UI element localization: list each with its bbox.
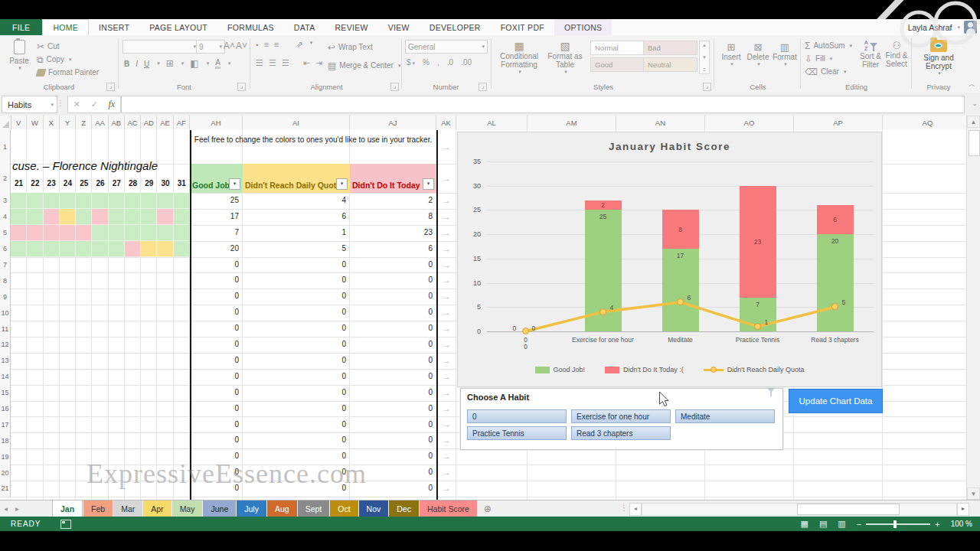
sheet-tab-dec[interactable]: Dec — [389, 500, 419, 517]
vertical-scroll-thumb[interactable] — [969, 130, 980, 156]
tracker-cell[interactable] — [157, 241, 173, 257]
data-cell[interactable]: 2 — [350, 193, 433, 209]
comma-format-icon[interactable]: , — [437, 58, 439, 67]
slicer-item[interactable]: Read 3 chapters — [571, 426, 671, 440]
column-header-AL[interactable]: AL — [456, 116, 528, 129]
sheet-tab-june[interactable]: June — [203, 500, 236, 517]
column-header-AJ[interactable]: AJ — [350, 116, 436, 129]
zoom-out-icon[interactable]: − — [857, 520, 861, 529]
tracker-cell[interactable] — [76, 241, 92, 257]
tracker-cell[interactable] — [157, 193, 173, 209]
tracker-cell[interactable] — [76, 193, 92, 209]
row-header-8[interactable]: 8 — [0, 272, 11, 289]
number-format-select[interactable]: General▾ — [405, 40, 488, 54]
column-header-W[interactable]: W — [27, 116, 43, 129]
column-header-AD[interactable]: AD — [141, 116, 157, 129]
data-cell[interactable]: 0 — [243, 432, 346, 448]
ribbon-tab-home[interactable]: HOME — [42, 19, 89, 35]
tracker-cell[interactable] — [11, 209, 27, 225]
data-cell[interactable]: 0 — [243, 337, 346, 353]
chart-bar-good[interactable] — [662, 249, 699, 331]
tracker-cell[interactable] — [109, 241, 125, 257]
tracker-cell[interactable] — [141, 209, 157, 225]
format-cells-button[interactable]: ▥Format▾ — [772, 41, 798, 67]
tracker-cell[interactable] — [174, 241, 190, 257]
macro-record-icon[interactable] — [60, 520, 71, 529]
legend-item[interactable]: Didn't Do It Today :( — [605, 366, 684, 373]
currency-format-icon[interactable]: $▾ — [407, 58, 415, 67]
increase-indent-icon[interactable]: ⇥ — [315, 58, 322, 68]
sheet-tab-nov[interactable]: Nov — [359, 500, 389, 517]
style-bad[interactable]: Bad — [643, 41, 697, 55]
tracker-cell[interactable] — [157, 225, 173, 241]
filter-dropdown-icon[interactable]: ▾ — [423, 178, 434, 190]
row-header-5[interactable]: 5 — [0, 225, 11, 242]
data-cell[interactable]: 0 — [350, 369, 433, 385]
copy-button[interactable]: ⧉Copy▾ — [37, 53, 99, 66]
tracker-cell[interactable] — [125, 241, 141, 257]
data-cell[interactable]: 0 — [243, 401, 346, 417]
data-cell[interactable]: 0 — [350, 385, 433, 401]
data-cell[interactable]: 25 — [190, 193, 239, 209]
data-cell[interactable]: 17 — [190, 209, 239, 225]
data-cell[interactable]: 0 — [243, 321, 346, 337]
data-cell[interactable]: 0 — [190, 272, 239, 289]
column-header-AI[interactable]: AI — [243, 116, 350, 129]
clear-button[interactable]: ⌫Clear▾ — [805, 65, 852, 78]
tracker-cell[interactable] — [125, 225, 141, 241]
decrease-decimal-icon[interactable]: .00 — [461, 58, 472, 67]
data-cell[interactable]: 6 — [350, 241, 433, 257]
bold-button[interactable]: B — [124, 60, 129, 68]
row-header-19[interactable]: 19 — [0, 448, 11, 465]
data-cell[interactable]: 0 — [190, 257, 239, 273]
fill-button[interactable]: ⇩Fill▾ — [805, 52, 852, 65]
align-bottom-icon[interactable]: ≡ — [274, 40, 279, 50]
data-cell[interactable]: 20 — [190, 241, 239, 257]
formula-input[interactable] — [121, 96, 965, 113]
row-header-13[interactable]: 13 — [0, 353, 11, 370]
hscroll-right-icon[interactable]: ► — [957, 503, 969, 516]
tracker-cell[interactable] — [125, 209, 141, 225]
grow-font-icon[interactable]: A˄ — [224, 41, 235, 51]
column-header-X[interactable]: X — [44, 116, 60, 129]
legend-item[interactable]: Good Job! — [535, 366, 586, 373]
page-break-view-icon[interactable]: ▥ — [838, 519, 845, 529]
orientation-icon[interactable]: ⇗ — [296, 40, 303, 50]
normal-view-icon[interactable]: ▦ — [801, 519, 808, 529]
tracker-cell[interactable] — [27, 225, 43, 241]
row-header-10[interactable]: 10 — [0, 305, 11, 321]
data-cell[interactable]: 0 — [350, 321, 433, 337]
tracker-cell[interactable] — [11, 241, 27, 257]
sheet-tab-feb[interactable]: Feb — [83, 500, 113, 517]
tracker-cell[interactable] — [92, 225, 108, 241]
column-header-AC[interactable]: AC — [125, 116, 141, 129]
column-header-AH[interactable]: AH — [190, 116, 243, 129]
italic-button[interactable]: I — [136, 60, 138, 68]
data-cell[interactable]: 0 — [350, 337, 433, 353]
new-sheet-icon[interactable]: ⊕ — [478, 500, 498, 517]
ribbon-tab-view[interactable]: VIEW — [378, 19, 420, 35]
underline-button[interactable]: U — [144, 60, 149, 68]
hscroll-left-icon[interactable]: ◄ — [629, 503, 642, 516]
column-header-V[interactable]: V — [11, 116, 27, 129]
format-as-table-button[interactable]: ▧ Format asTable▾ — [544, 40, 586, 75]
slicer-item[interactable]: Meditate — [675, 409, 775, 423]
data-cell[interactable]: 0 — [243, 305, 346, 321]
align-left-icon[interactable]: ☰ — [256, 58, 263, 68]
cut-button[interactable]: ✂Cut — [37, 40, 99, 53]
data-cell[interactable]: 5 — [243, 241, 346, 257]
data-cell[interactable]: 0 — [350, 401, 433, 417]
zoom-level-label[interactable]: 100 % — [951, 520, 972, 528]
sheet-nav-right-icon[interactable]: ► — [11, 500, 23, 517]
paste-button[interactable]: Paste ▾ — [5, 40, 34, 71]
data-cell[interactable]: 0 — [350, 257, 433, 273]
tracker-cell[interactable] — [44, 225, 60, 241]
data-cell[interactable]: 6 — [243, 209, 346, 225]
tracker-cell[interactable] — [60, 241, 76, 257]
horizontal-scrollbar[interactable] — [642, 503, 957, 516]
align-top-icon[interactable]: ⹀ — [256, 40, 259, 50]
shrink-font-icon[interactable]: A˅ — [236, 41, 247, 51]
dialog-launcher-icon[interactable]: ⌟ — [703, 83, 711, 91]
tracker-cell[interactable] — [44, 209, 60, 225]
sheet-tab-oct[interactable]: Oct — [330, 500, 358, 517]
